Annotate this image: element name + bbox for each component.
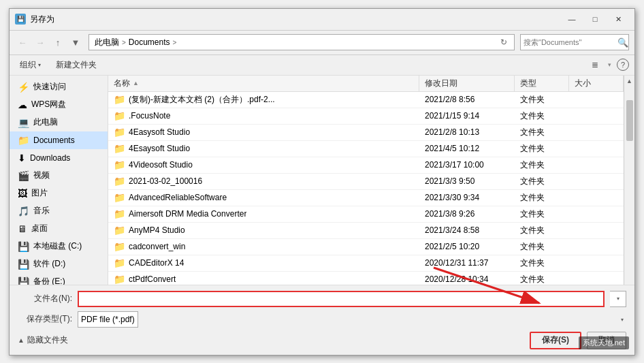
bottom-bar: ▲ 隐藏文件夹 保存(S) 取消 xyxy=(18,332,626,349)
refresh-button[interactable]: ↻ xyxy=(498,36,510,48)
save-button[interactable]: 保存(S) xyxy=(530,332,581,349)
table-row[interactable]: 📁 (复制)-新建文本文档 (2)（合并）.pdf-2... 2021/2/8 … xyxy=(108,92,624,108)
this-pc-icon: 💻 xyxy=(18,117,29,128)
close-button[interactable]: ✕ xyxy=(607,12,629,26)
table-row[interactable]: 📁 AnyMP4 Studio 2021/3/24 8:58 文件夹 xyxy=(108,223,624,239)
documents-icon: 📁 xyxy=(18,135,29,146)
table-row[interactable]: 📁 ctPdfConvert 2020/12/28 10:34 文件夹 xyxy=(108,272,624,285)
organize-arrow: ▾ xyxy=(38,62,41,68)
col-header-type[interactable]: 类型 xyxy=(515,76,569,91)
toolbar2: 组织 ▾ 新建文件夹 ≣ ▾ ? xyxy=(10,55,634,76)
folder-icon: 📁 xyxy=(114,257,125,268)
table-row[interactable]: 📁 .FocusNote 2021/1/15 9:14 文件夹 xyxy=(108,108,624,125)
sidebar-item-videos[interactable]: 🎬 视频 xyxy=(10,167,108,185)
sidebar-item-this-pc[interactable]: 💻 此电脑 xyxy=(10,114,108,131)
dialog-title: 另存为 xyxy=(30,14,561,25)
table-row[interactable]: 📁 cadconvert_win 2021/2/5 10:20 文件夹 xyxy=(108,239,624,255)
new-folder-button[interactable]: 新建文件夹 xyxy=(51,57,101,72)
filetype-row: 保存类型(T): PDF file (*.pdf) ▾ xyxy=(18,311,626,328)
sort-icon: ▲ xyxy=(133,80,139,86)
scroll-thumb[interactable] xyxy=(626,100,633,141)
title-bar: 💾 另存为 — □ ✕ xyxy=(10,9,634,31)
folder-icon: 📁 xyxy=(114,159,125,170)
filename-dropdown-arrow: ▾ xyxy=(617,296,619,302)
local-c-icon: 💾 xyxy=(18,241,29,252)
filetype-select[interactable]: PDF file (*.pdf) xyxy=(78,311,138,328)
software-d-icon: 💾 xyxy=(18,259,29,270)
filename-input[interactable] xyxy=(78,291,605,307)
address-this-pc[interactable]: 此电脑 xyxy=(93,37,120,48)
filetype-wrapper: PDF file (*.pdf) ▾ xyxy=(78,311,626,328)
sidebar-item-quick-access[interactable]: ⚡ 快速访问 xyxy=(10,78,108,96)
table-row[interactable]: 📁 Aimersoft DRM Media Converter 2021/3/8… xyxy=(108,206,624,223)
quick-access-icon: ⚡ xyxy=(18,82,29,93)
sidebar-item-pictures[interactable]: 🖼 图片 xyxy=(10,185,108,202)
file-area: 名称 ▲ 修改日期 类型 大小 📁 (复制)-新建文本文档 (2)（合并）.pd… xyxy=(108,76,624,285)
pictures-icon: 🖼 xyxy=(18,188,27,199)
sidebar-item-documents[interactable]: 📁 Documents xyxy=(10,131,108,149)
file-list-header: 名称 ▲ 修改日期 类型 大小 xyxy=(108,76,624,92)
sidebar-item-desktop[interactable]: 🖥 桌面 xyxy=(10,220,108,238)
sidebar-item-backup-e[interactable]: 💾 备份 (E:) xyxy=(10,273,108,285)
forward-button[interactable]: → xyxy=(33,35,48,50)
dialog-icon: 💾 xyxy=(15,14,26,25)
folder-icon: 📁 xyxy=(114,192,125,203)
folder-icon: 📁 xyxy=(114,110,125,121)
search-input[interactable] xyxy=(524,38,617,46)
scrollbar[interactable]: ▲ xyxy=(624,76,634,285)
address-sep1: > xyxy=(122,39,126,46)
bottom-section: 文件名(N): ▾ 保存类型(T): PDF file (*.pdf) ▾ ▲ … xyxy=(10,285,634,355)
navigation-toolbar: ← → ↑ ▼ 此电脑 > Documents > ↻ 🔍 xyxy=(10,31,634,55)
filename-label: 文件名(N): xyxy=(18,293,72,304)
folder-icon: 📁 xyxy=(114,176,125,187)
sidebar-item-wps-cloud[interactable]: ☁ WPS网盘 xyxy=(10,96,108,114)
maximize-button[interactable]: □ xyxy=(584,12,606,26)
col-header-date[interactable]: 修改日期 xyxy=(419,76,515,91)
toggle-arrow-icon: ▲ xyxy=(18,336,25,344)
folder-icon: 📁 xyxy=(114,274,125,285)
hide-files-toggle[interactable]: ▲ 隐藏文件夹 xyxy=(18,334,68,346)
search-icon[interactable]: 🔍 xyxy=(617,37,628,48)
search-box: 🔍 xyxy=(520,34,629,50)
help-button[interactable]: ? xyxy=(617,59,629,71)
filetype-arrow: ▾ xyxy=(621,316,624,322)
address-bar[interactable]: 此电脑 > Documents > ↻ xyxy=(88,34,515,50)
sidebar: ⚡ 快速访问 ☁ WPS网盘 💻 此电脑 📁 Documents ⬇ Downl… xyxy=(10,76,108,285)
music-icon: 🎵 xyxy=(18,206,29,217)
save-dialog: 💾 另存为 — □ ✕ ← → ↑ ▼ 此电脑 > Documents > ↻ … xyxy=(9,8,635,356)
filename-row: 文件名(N): ▾ xyxy=(18,291,626,307)
scroll-up-button[interactable]: ▲ xyxy=(624,76,635,86)
col-header-name[interactable]: 名称 ▲ xyxy=(108,76,419,91)
sidebar-item-software-d[interactable]: 💾 软件 (D:) xyxy=(10,255,108,273)
view-button[interactable]: ≣ xyxy=(587,57,602,72)
sidebar-item-downloads[interactable]: ⬇ Downloads xyxy=(10,149,108,167)
table-row[interactable]: 📁 2021-03-02_100016 2021/3/3 9:50 文件夹 xyxy=(108,174,624,190)
desktop-icon: 🖥 xyxy=(18,223,27,234)
address-documents[interactable]: Documents xyxy=(127,37,172,47)
table-row[interactable]: 📁 CADEditorX 14 2020/12/31 11:37 文件夹 xyxy=(108,255,624,272)
videos-icon: 🎬 xyxy=(18,170,29,181)
filename-dropdown[interactable]: ▾ xyxy=(610,291,626,307)
table-row[interactable]: 📁 4Esaysoft Studio 2021/4/5 10:12 文件夹 xyxy=(108,141,624,157)
sidebar-item-local-c[interactable]: 💾 本地磁盘 (C:) xyxy=(10,238,108,255)
recent-button[interactable]: ▼ xyxy=(68,35,83,50)
table-row[interactable]: 📁 4Videosoft Studio 2021/3/17 10:00 文件夹 xyxy=(108,157,624,174)
table-row[interactable]: 📁 4Easysoft Studio 2021/2/8 10:13 文件夹 xyxy=(108,125,624,141)
folder-icon: 📁 xyxy=(114,225,125,236)
organize-button[interactable]: 组织 ▾ xyxy=(15,57,46,72)
folder-icon: 📁 xyxy=(114,208,125,219)
folder-icon: 📁 xyxy=(114,143,125,154)
up-button[interactable]: ↑ xyxy=(50,35,65,50)
table-row[interactable]: 📁 AdvancedReliableSoftware 2021/3/30 9:3… xyxy=(108,190,624,206)
back-button[interactable]: ← xyxy=(15,35,30,50)
content-area: ⚡ 快速访问 ☁ WPS网盘 💻 此电脑 📁 Documents ⬇ Downl… xyxy=(10,76,634,285)
folder-icon: 📁 xyxy=(114,127,125,138)
col-header-size[interactable]: 大小 xyxy=(569,76,624,91)
file-list: 📁 (复制)-新建文本文档 (2)（合并）.pdf-2... 2021/2/8 … xyxy=(108,92,624,285)
minimize-button[interactable]: — xyxy=(561,12,583,26)
filetype-label: 保存类型(T): xyxy=(18,313,72,325)
address-sep2: > xyxy=(173,39,177,46)
watermark: 系统天地.net xyxy=(579,336,629,349)
sidebar-item-music[interactable]: 🎵 音乐 xyxy=(10,202,108,220)
address-path: 此电脑 > Documents > xyxy=(93,37,495,48)
